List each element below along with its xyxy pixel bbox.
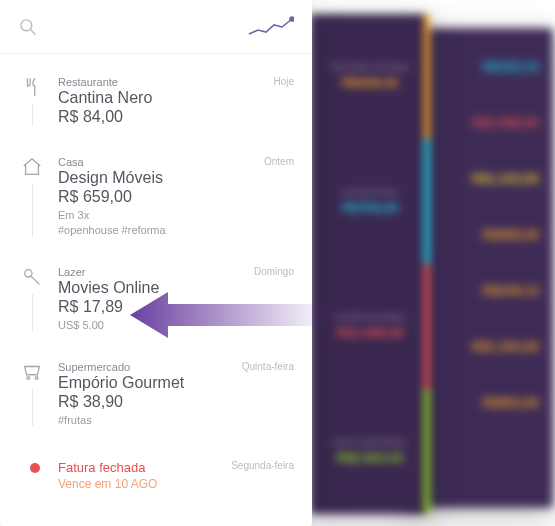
transaction-amount: R$ 659,00 <box>58 188 294 206</box>
transaction-merchant: Empório Gourmet <box>58 374 294 392</box>
segment-amount: R$2.663,52 <box>336 450 403 465</box>
closed-bill-due: Vence em 10 AGO <box>58 477 294 491</box>
segment-amount: R$700,20 <box>342 200 398 215</box>
background-card-near: PRÓXIMAS FATURAS R$439,32 FATURA ATUAL R… <box>310 14 430 514</box>
transaction-date: Ontem <box>264 156 294 167</box>
home-icon <box>21 156 43 178</box>
transaction-merchant: Movies Online <box>58 279 294 297</box>
bg-row-value: R$193,10 <box>483 59 539 74</box>
svg-line-1 <box>31 29 36 34</box>
transaction-merchant: Cantina Nero <box>58 89 294 107</box>
transaction-amount: R$ 17,89 <box>58 298 294 316</box>
transaction-merchant: Design Móveis <box>58 169 294 187</box>
closed-bill-row[interactable]: Fatura fechada Vence em 10 AGO Segunda-f… <box>18 444 294 497</box>
closed-bill-date: Segunda-feira <box>231 460 294 471</box>
transaction-foreign-amount: US$ 5.00 <box>58 319 294 331</box>
utensils-icon <box>21 76 43 98</box>
transaction-category: Casa <box>58 156 294 168</box>
transaction-row[interactable]: Casa Design Móveis R$ 659,00 Em 3x #open… <box>18 144 294 254</box>
transaction-list[interactable]: Restaurante Cantina Nero R$ 84,00 Hoje C… <box>0 54 312 526</box>
bg-row-value: R$249,13 <box>483 283 539 298</box>
leisure-icon <box>21 266 43 288</box>
segment-label: FATURA ATUAL <box>342 189 398 196</box>
bg-row-value: R$856,00 <box>483 227 539 242</box>
transaction-row[interactable]: Lazer Movies Online R$ 17,89 US$ 5.00 Do… <box>18 254 294 349</box>
transaction-amount: R$ 84,00 <box>58 108 294 126</box>
search-icon[interactable] <box>18 17 38 37</box>
cart-icon <box>21 361 43 383</box>
transaction-date: Quinta-feira <box>242 361 294 372</box>
bg-row-value: R$1.058,00 <box>472 115 539 130</box>
segment-label: FATURA FECHADA <box>335 314 404 321</box>
transaction-tags: #frutas <box>58 414 294 426</box>
bg-row-value: R$1.204,00 <box>472 339 539 354</box>
transaction-installments: Em 3x <box>58 209 294 221</box>
transaction-row[interactable]: Supermercado Empório Gourmet R$ 38,90 #f… <box>18 349 294 444</box>
svg-point-2 <box>290 17 294 21</box>
transaction-date: Hoje <box>273 76 294 87</box>
card-header <box>0 0 312 54</box>
transaction-category: Restaurante <box>58 76 294 88</box>
transaction-date: Domingo <box>254 266 294 277</box>
transaction-tags: #openhouse #reforma <box>58 224 294 236</box>
bg-row-value: R$902,00 <box>483 395 539 410</box>
bg-row-value: R$1.243,50 <box>472 171 539 186</box>
svg-point-3 <box>25 270 32 277</box>
segment-label: LIMITE DISPONÍVEL <box>332 439 407 446</box>
svg-point-0 <box>21 19 32 30</box>
segment-amount: R$439,32 <box>342 75 398 90</box>
alert-dot-icon <box>30 463 40 473</box>
transaction-feed-card: Restaurante Cantina Nero R$ 84,00 Hoje C… <box>0 0 312 526</box>
segment-label: PRÓXIMAS FATURAS <box>331 64 410 71</box>
transaction-row[interactable]: Restaurante Cantina Nero R$ 84,00 Hoje <box>18 64 294 144</box>
color-stripe <box>424 14 430 514</box>
segment-amount: R$1.098,90 <box>336 325 403 340</box>
trend-chart-icon[interactable] <box>248 16 294 38</box>
transaction-amount: R$ 38,90 <box>58 393 294 411</box>
